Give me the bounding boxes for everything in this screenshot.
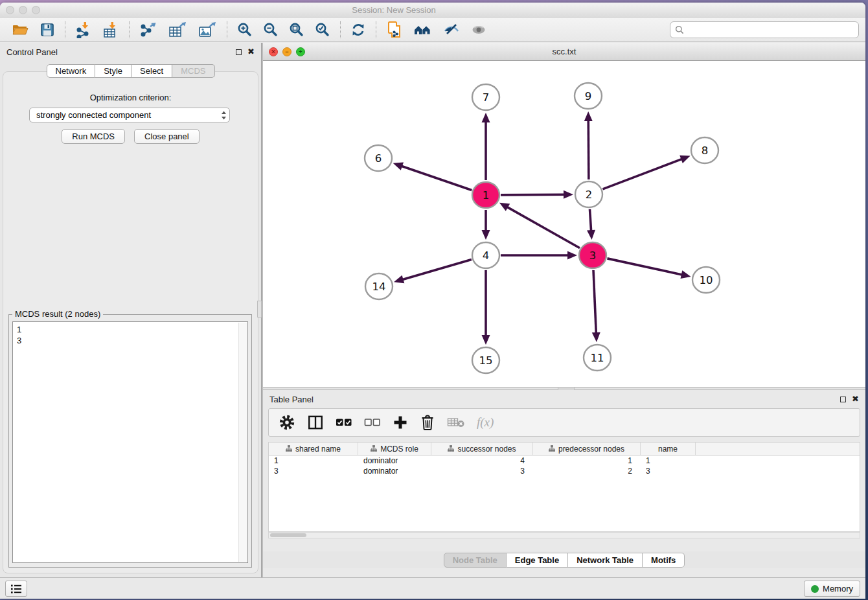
tab-network-table[interactable]: Network Table xyxy=(568,553,643,568)
graph-node-7[interactable]: 7 xyxy=(472,84,499,110)
mcds-result-area: 1 3 xyxy=(12,321,248,563)
graph-edge-1-6[interactable] xyxy=(393,163,472,190)
add-column-button[interactable] xyxy=(393,415,408,430)
column-layout-icon xyxy=(307,414,324,431)
graph-edge-2-8[interactable] xyxy=(603,156,691,189)
delete-column-button[interactable] xyxy=(420,414,435,431)
hide-selected-button[interactable] xyxy=(442,21,461,39)
deselect-all-icon xyxy=(364,418,381,427)
column-header-predecessor-nodes[interactable]: predecessor nodes xyxy=(533,443,641,455)
deselect-all-button[interactable] xyxy=(364,418,381,427)
graph-node-11[interactable]: 11 xyxy=(584,345,611,371)
sort-icon xyxy=(549,444,555,454)
graph-edge-3-1[interactable] xyxy=(499,203,580,248)
export-image-button[interactable] xyxy=(196,20,218,40)
chevron-updown-icon xyxy=(221,110,227,121)
graph-node-6[interactable]: 6 xyxy=(365,145,392,171)
graph-node-1[interactable]: 1 xyxy=(472,182,499,208)
network-window-title: scc.txt xyxy=(263,47,865,56)
column-header-successor-nodes[interactable]: successor nodes xyxy=(431,443,533,455)
list-icon xyxy=(10,584,22,594)
graph-node-10[interactable]: 10 xyxy=(692,267,720,293)
svg-text:7: 7 xyxy=(483,91,490,104)
graph-node-9[interactable]: 9 xyxy=(575,83,602,109)
result-scrollbar[interactable] xyxy=(238,323,247,562)
new-network-from-selection-button[interactable] xyxy=(385,19,404,40)
close-table-panel-icon[interactable]: ✖ xyxy=(852,396,859,402)
table-row[interactable]: 1dominator411 xyxy=(269,456,860,466)
export-table-button[interactable] xyxy=(166,20,188,40)
network-zoom-button[interactable]: + xyxy=(296,47,305,56)
svg-text:2: 2 xyxy=(586,189,593,201)
table-row[interactable]: 3dominator323 xyxy=(269,466,860,476)
save-session-button[interactable] xyxy=(38,21,56,39)
network-close-button[interactable]: ✕ xyxy=(269,47,278,56)
import-network-button[interactable] xyxy=(74,20,93,40)
network-graph: 7968124314101511 xyxy=(263,61,865,387)
table-panel-title: Table Panel xyxy=(269,395,314,404)
tab-style[interactable]: Style xyxy=(95,64,131,78)
show-all-button[interactable] xyxy=(469,21,488,39)
table-options-button[interactable] xyxy=(279,414,295,431)
open-session-button[interactable] xyxy=(10,21,30,39)
graph-edge-2-3[interactable] xyxy=(587,209,595,240)
column-layout-button[interactable] xyxy=(307,414,324,431)
graph-node-3[interactable]: 3 xyxy=(579,242,606,268)
graph-edge-2-9[interactable] xyxy=(584,111,593,179)
zoom-selected-button[interactable] xyxy=(314,21,332,39)
graph-node-4[interactable]: 4 xyxy=(472,242,499,268)
tab-select[interactable]: Select xyxy=(131,64,172,78)
delete-table-button[interactable] xyxy=(447,416,465,429)
export-network-button[interactable] xyxy=(138,20,159,40)
column-header-mcds-role[interactable]: MCDS role xyxy=(358,443,431,455)
import-table-button[interactable] xyxy=(101,20,120,40)
graph-node-15[interactable]: 15 xyxy=(472,347,499,373)
tab-node-table[interactable]: Node Table xyxy=(444,553,507,568)
zoom-fit-button[interactable] xyxy=(288,21,306,39)
column-header-name[interactable]: name xyxy=(641,443,696,455)
graph-edge-3-11[interactable] xyxy=(592,270,600,342)
tab-network[interactable]: Network xyxy=(46,64,95,78)
close-panel-button[interactable]: Close panel xyxy=(134,129,200,144)
column-header-shared-name[interactable]: shared name xyxy=(269,443,358,455)
graph-edge-1-4[interactable] xyxy=(482,210,490,240)
tab-edge-table[interactable]: Edge Table xyxy=(507,553,568,568)
refresh-view-button[interactable] xyxy=(349,21,367,39)
graph-edge-4-3[interactable] xyxy=(501,251,577,260)
float-panel-icon[interactable] xyxy=(236,49,242,55)
task-history-button[interactable] xyxy=(5,581,27,597)
function-builder-button[interactable]: f(x) xyxy=(477,415,494,430)
float-table-panel-icon[interactable] xyxy=(840,397,846,402)
select-all-button[interactable] xyxy=(336,418,352,427)
graph-node-8[interactable]: 8 xyxy=(691,137,718,163)
zoom-in-icon xyxy=(237,22,253,38)
tab-motifs[interactable]: Motifs xyxy=(643,553,685,568)
graph-edge-1-2[interactable] xyxy=(501,190,573,199)
graph-edge-4-15[interactable] xyxy=(482,270,490,345)
zoom-selected-icon xyxy=(315,22,330,38)
graph-edge-4-14[interactable] xyxy=(394,259,472,283)
table-header-row: shared nameMCDS rolesuccessor nodesprede… xyxy=(269,443,860,456)
graph-edge-3-10[interactable] xyxy=(607,259,691,279)
open-folder-icon xyxy=(12,22,29,38)
table-hscrollbar[interactable] xyxy=(268,532,860,538)
svg-text:3: 3 xyxy=(589,249,597,262)
graph-node-2[interactable]: 2 xyxy=(575,181,602,207)
search-input[interactable] xyxy=(687,25,854,34)
network-canvas[interactable]: 7968124314101511 xyxy=(263,61,865,387)
graph-edge-1-7[interactable] xyxy=(482,113,490,180)
svg-text:9: 9 xyxy=(585,90,592,102)
network-minimize-button[interactable]: − xyxy=(282,47,291,56)
first-neighbors-button[interactable] xyxy=(412,21,434,39)
criterion-dropdown[interactable]: strongly connected component xyxy=(29,108,230,122)
table-hscroll-thumb[interactable] xyxy=(270,533,306,537)
tab-mcds[interactable]: MCDS xyxy=(172,64,214,78)
run-mcds-button[interactable]: Run MCDS xyxy=(62,129,125,144)
mcds-result-text: 1 3 xyxy=(17,324,237,561)
close-panel-icon[interactable]: ✖ xyxy=(247,49,255,55)
zoom-in-button[interactable] xyxy=(236,21,254,39)
vertical-splitter-handle[interactable] xyxy=(257,301,262,317)
graph-node-14[interactable]: 14 xyxy=(365,273,393,299)
memory-button[interactable]: Memory xyxy=(804,581,860,597)
zoom-out-button[interactable] xyxy=(262,21,280,39)
